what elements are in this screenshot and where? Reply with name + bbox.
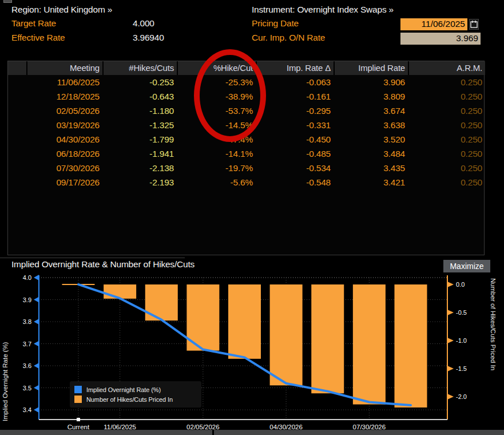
table-cell: 3.484 xyxy=(334,147,408,161)
table-cell: 02/05/2026 xyxy=(26,104,102,118)
svg-text:-1.0: -1.0 xyxy=(456,337,467,344)
svg-text:0.0: 0.0 xyxy=(456,281,465,288)
legend-swatch-line xyxy=(74,386,82,393)
table-cell: 3.520 xyxy=(334,132,408,147)
table-cell: 0.250 xyxy=(408,118,485,132)
cur-imp-on-rate-label: Cur. Imp. O/N Rate xyxy=(252,33,325,43)
table-cell: 09/17/2026 xyxy=(26,175,102,189)
hikes-cuts-bar xyxy=(270,284,303,385)
table-cell: 3.674 xyxy=(334,104,408,118)
effective-rate-value: 3.96940 xyxy=(133,33,164,43)
table-cell: 0.250 xyxy=(408,132,485,147)
hikes-cuts-bar xyxy=(145,284,178,321)
svg-text:4.0: 4.0 xyxy=(23,274,31,281)
table-cell: -0.063 xyxy=(256,75,334,89)
instrument-link[interactable]: Instrument: Overnight Index Swaps » xyxy=(252,5,394,15)
svg-text:3.4: 3.4 xyxy=(23,406,31,413)
table-cell: -5.6% xyxy=(177,175,256,189)
svg-text:-0.5: -0.5 xyxy=(456,309,467,316)
target-rate-label: Target Rate xyxy=(11,18,56,29)
table-cell: -1.941 xyxy=(102,147,177,161)
table-cell: 3.809 xyxy=(334,89,408,104)
table-cell: 3.421 xyxy=(334,175,408,189)
legend-label-line: Implied Overnight Rate (%) xyxy=(86,386,161,393)
target-rate-value: 4.000 xyxy=(133,18,154,29)
hikes-cuts-bar xyxy=(311,284,344,393)
table-cell: 3.906 xyxy=(334,75,408,89)
hikes-cuts-bar xyxy=(395,284,427,408)
effective-rate-label: Effective Rate xyxy=(11,33,65,43)
svg-text:-1.5: -1.5 xyxy=(456,365,467,372)
enable-overrides-label: Enable Overrides xyxy=(18,0,89,2)
table-cell: 3.638 xyxy=(334,118,408,132)
svg-text:3.9: 3.9 xyxy=(23,296,31,303)
table-cell: 0.250 xyxy=(408,89,485,104)
table-cell: 0.250 xyxy=(408,147,485,161)
table-cell: 0.250 xyxy=(408,175,485,189)
cur-imp-on-rate-field[interactable]: 3.969 xyxy=(400,33,481,45)
column-header[interactable]: Implied Rate xyxy=(334,61,408,75)
table-cell: -1.799 xyxy=(102,132,177,147)
bottom-panel-edge xyxy=(0,430,504,435)
table-cell: 06/18/2026 xyxy=(26,147,102,161)
table-cell: -19.7% xyxy=(177,161,256,175)
table-cell: -0.485 xyxy=(256,147,334,161)
pricing-date-label: Pricing Date xyxy=(252,18,299,29)
table-cell: -2.138 xyxy=(102,161,177,175)
table-row[interactable]: 09/17/2026-2.193-5.6%-0.5483.4210.250 xyxy=(8,175,484,189)
table-cell: -0.534 xyxy=(256,161,334,175)
table-cell: -2.193 xyxy=(102,175,177,189)
table-cell: -0.161 xyxy=(256,89,334,104)
table-cell: -0.295 xyxy=(256,104,334,118)
table-cell: -0.253 xyxy=(102,75,177,89)
table-row[interactable]: 07/30/2026-2.138-19.7%-0.5343.4350.250 xyxy=(8,161,484,175)
calendar-icon[interactable] xyxy=(469,19,479,30)
table-cell: 0.250 xyxy=(408,161,485,175)
table-cell: 0.250 xyxy=(408,75,485,89)
svg-text:-2.0: -2.0 xyxy=(456,393,467,400)
table-cell: -0.643 xyxy=(102,89,177,104)
table-row[interactable]: 06/18/2026-1.941-14.1%-0.4853.4840.250 xyxy=(8,147,484,161)
table-cell: -0.548 xyxy=(256,175,334,189)
table-cell: -1.325 xyxy=(102,118,177,132)
left-axis-title: Implied Overnight Rate (%) xyxy=(2,279,9,421)
table-cell: -1.180 xyxy=(102,104,177,118)
column-header-spacer xyxy=(8,61,26,75)
hikes-cuts-bar xyxy=(104,284,136,299)
legend-swatch-bar xyxy=(74,396,82,403)
region-link[interactable]: Region: United Kingdom » xyxy=(11,5,112,15)
enable-overrides-checkbox[interactable] xyxy=(3,0,12,3)
column-header[interactable]: #Hikes/Cuts xyxy=(102,61,177,75)
column-header[interactable]: Imp. Rate Δ xyxy=(256,61,334,75)
table-cell: 3.435 xyxy=(334,161,408,175)
table-cell: -0.331 xyxy=(256,118,334,132)
right-axis-title: Number of Hikes/Cuts Priced In xyxy=(490,278,497,427)
x-axis-drag-handle xyxy=(77,418,80,421)
column-header[interactable]: Meeting xyxy=(26,61,102,75)
column-header[interactable]: A.R.M. xyxy=(408,61,485,75)
table-cell: -0.450 xyxy=(256,132,334,147)
table-cell: 11/06/2025 xyxy=(26,75,102,89)
hikes-cuts-bar xyxy=(228,284,261,359)
table-cell: 0.250 xyxy=(408,104,485,118)
annotation-red-circle xyxy=(194,49,266,142)
table-cell: 04/30/2026 xyxy=(26,132,102,147)
chart-legend: Implied Overnight Rate (%) Number of Hik… xyxy=(70,381,201,408)
legend-label-bar: Number of Hikes/Cuts Priced In xyxy=(86,396,173,403)
svg-text:3.6: 3.6 xyxy=(23,362,31,369)
svg-text:3.5: 3.5 xyxy=(23,385,31,391)
table-cell: -14.1% xyxy=(177,147,256,161)
pricing-date-input[interactable]: 11/06/2025 xyxy=(400,18,467,30)
svg-text:3.7: 3.7 xyxy=(23,341,31,347)
table-cell: 03/19/2026 xyxy=(26,118,102,132)
table-cell: 07/30/2026 xyxy=(26,161,102,175)
svg-text:3.8: 3.8 xyxy=(23,318,31,325)
hikes-cuts-bar xyxy=(353,284,386,405)
table-cell: 12/18/2025 xyxy=(26,89,102,104)
enable-overrides-clipped: Enable Overrides xyxy=(0,0,123,3)
chart-svg: 4.03.93.83.73.63.53.40.0-0.5-1.0-1.5-2.0… xyxy=(0,256,504,435)
